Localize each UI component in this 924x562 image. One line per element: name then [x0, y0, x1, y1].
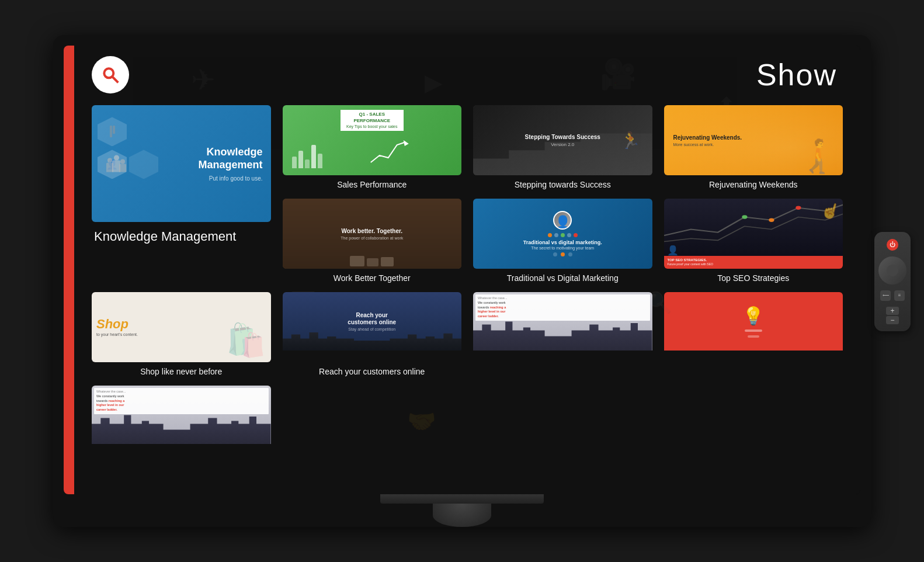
back-button[interactable]: ⟵ [880, 290, 891, 301]
thumb-traditional-digital: 👤 [473, 199, 652, 269]
card-rejuvenating[interactable]: 🚶 Rejuvenating Weekends. More success at… [664, 105, 843, 189]
thumb-sales-performance: Q1 - SALES PERFORMANCE Key Tips to boost… [283, 105, 462, 175]
tv-stand [64, 494, 860, 527]
career1-text: We constantly worktowards reaching ahigh… [478, 301, 648, 319]
card-shop[interactable]: 🛍️ Shop to your heart's content. Shop li… [92, 292, 271, 376]
shop-title: Shop [96, 318, 138, 331]
header: Show [74, 46, 860, 99]
volume-control: + − [886, 307, 899, 324]
career2-whatever: Whatever the case... [96, 390, 266, 394]
remote-control: ⏻ ⟵ ≡ + − [874, 232, 911, 331]
card-traditional-digital[interactable]: 👤 [473, 199, 652, 283]
shop-sub: to your heart's content. [96, 332, 138, 337]
sales-thumb-line2: PERFORMANCE [346, 118, 398, 124]
card-reach-customers[interactable]: Reach yourcustomers online Stay ahead of… [283, 292, 462, 376]
card-work-together[interactable]: Work better. Together. The power of coll… [283, 199, 462, 283]
traditional-sub: The secret to motivating your team [523, 246, 602, 250]
thumb-rejuvenating: 🚶 Rejuvenating Weekends. More success at… [664, 105, 843, 175]
volume-up[interactable]: + [886, 307, 899, 315]
thumb-top-seo: ☝️ 👤 TOP SEO STRATEGIES.Future proof you… [664, 199, 843, 269]
sales-label: Sales Performance [283, 180, 462, 189]
thumb-work-together: Work better. Together. The power of coll… [283, 199, 462, 269]
card-top-seo[interactable]: ☝️ 👤 TOP SEO STRATEGIES.Future proof you… [664, 199, 843, 283]
card-red-idea[interactable]: 💡 [664, 292, 843, 376]
svg-point-5 [796, 206, 801, 210]
work-title: Work better. Together. [341, 228, 403, 235]
search-button[interactable] [92, 56, 129, 93]
red-accent-bar [64, 46, 74, 494]
menu-button[interactable]: ≡ [894, 290, 905, 301]
button-row-1: ⟵ ≡ [880, 290, 905, 301]
sales-thumb-sub: Key Tips to boost your sales [346, 124, 398, 129]
thumb-red-idea: 💡 [664, 292, 843, 362]
svg-point-0 [104, 69, 113, 78]
shop-label: Shop like never before [92, 367, 271, 376]
thumb-career-2: Whatever the case... We constantly workt… [92, 386, 271, 456]
knowledge-label: Knowledge Management [92, 229, 271, 244]
card-career-2[interactable]: Whatever the case... We constantly workt… [92, 386, 271, 456]
rejuv-sub: More success at work. [673, 143, 839, 147]
sales-thumb-line1: Q1 - SALES [346, 112, 398, 117]
career2-text: We constantly worktowards reaching ahigh… [96, 394, 266, 412]
tv-frame: ✈ ▶ 🎥 ⬆ 💡 📐 💬 📊 🔍 🤝 [53, 35, 871, 526]
card-sales-performance[interactable]: Q1 - SALES PERFORMANCE Key Tips to boost… [283, 105, 462, 189]
reach-sub: Stay ahead of competition [348, 327, 396, 331]
knowledge-thumb-sub: Put info good to use. [198, 175, 262, 181]
thumb-knowledge-management: 👤 [92, 105, 271, 222]
card-career-1[interactable]: Whatever the case... We constantly workt… [473, 292, 652, 376]
svg-marker-2 [403, 140, 408, 146]
thumb-shop: 🛍️ Shop to your heart's content. [92, 292, 271, 362]
nav-pad[interactable] [878, 256, 906, 285]
card-knowledge-management[interactable]: 👤 [92, 105, 271, 283]
svg-point-3 [742, 216, 747, 219]
reach-label: Reach your customers online [283, 367, 462, 376]
thumb-stepping-success: 🏃 Stepping Towards Success Version 2.0 [473, 105, 652, 175]
career1-whatever: Whatever the case... [478, 296, 648, 301]
traditional-title: Traditional vs digital marketing. [523, 240, 602, 246]
traditional-label: Traditional vs Digital Marketing [473, 273, 652, 283]
bulb-icon: 💡 [742, 306, 764, 326]
success-label: Stepping towards Success [473, 180, 652, 189]
nav-center [887, 265, 898, 276]
success-thumb-sub: Version 2.0 [525, 142, 600, 147]
knowledge-thumb-title: KnowledgeManagement [198, 146, 262, 171]
success-thumb-title: Stepping Towards Success [525, 133, 600, 141]
card-stepping-success[interactable]: 🏃 Stepping Towards Success Version 2.0 S… [473, 105, 652, 189]
svg-point-4 [769, 218, 774, 222]
thumb-reach-customers: Reach yourcustomers online Stay ahead of… [283, 292, 462, 362]
content-grid: 👤 [74, 99, 860, 462]
work-sub: The power of collaboration at work [341, 236, 403, 240]
tv-screen: ✈ ▶ 🎥 ⬆ 💡 📐 💬 📊 🔍 🤝 [64, 46, 860, 494]
thumb-career-1: Whatever the case... We constantly workt… [473, 292, 652, 362]
seo-label: Top SEO Strategies [664, 273, 843, 283]
page-title: Show [756, 57, 837, 92]
rejuv-title: Rejuvenating Weekends. [673, 134, 839, 141]
volume-down[interactable]: − [886, 316, 899, 324]
stand-dome [433, 504, 491, 527]
power-button[interactable]: ⏻ [887, 239, 898, 251]
reach-title: Reach yourcustomers online [348, 312, 396, 326]
stand-base [380, 494, 544, 504]
seo-bar-text: TOP SEO STRATEGIES.Future proof your con… [668, 258, 713, 266]
rejuv-label: Rejuvenating Weekends [664, 180, 843, 189]
screen-content: ✈ ▶ 🎥 ⬆ 💡 📐 💬 📊 🔍 🤝 [74, 46, 860, 494]
work-label: Work Better Together [283, 273, 462, 283]
svg-line-1 [113, 77, 118, 82]
